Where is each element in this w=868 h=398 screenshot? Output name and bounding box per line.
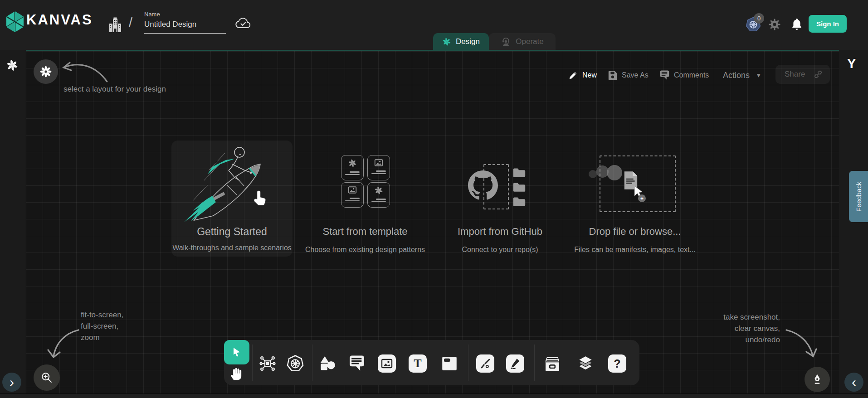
getting-started-title: Getting Started [171, 226, 293, 238]
component-tool[interactable] [258, 354, 277, 373]
feedback-label: Feedback [855, 182, 863, 212]
hint-line: full-screen, [81, 320, 123, 332]
context-count-badge: 0 [754, 13, 764, 24]
drop-file-card[interactable]: + Drop file or browse... Files can be ma… [567, 150, 703, 258]
new-label: New [582, 71, 597, 79]
dock-divider [468, 345, 468, 381]
drawer-archive-icon [543, 355, 561, 372]
sign-in-button[interactable]: Sign In [809, 15, 847, 33]
template-tile [367, 155, 390, 180]
canvas-actions-button[interactable] [805, 367, 830, 392]
rocket-illustration [181, 144, 286, 223]
layers-icon [576, 355, 595, 372]
caret-down-icon: ▾ [757, 71, 761, 79]
tab-design[interactable]: Design [433, 33, 489, 50]
shapes-tool[interactable] [318, 354, 336, 373]
bottom-right-hint: take screenshot, clear canvas, undo/redo [707, 311, 780, 345]
operate-headset-icon [501, 36, 511, 47]
drawer-tool[interactable] [543, 354, 561, 373]
image-tool[interactable] [378, 354, 396, 373]
start-from-template-card[interactable]: Start from template Choose from existing… [299, 150, 431, 258]
cursor-arrow-icon [231, 347, 242, 358]
actions-dropdown[interactable]: Actions ▾ [723, 66, 761, 84]
save-as-label: Save As [622, 71, 649, 79]
design-name-input[interactable]: Untitled Design [144, 20, 226, 34]
text-tool-glyph: T [414, 357, 421, 370]
layout-hint-arrow [60, 58, 110, 85]
circuit-chip-icon [259, 355, 276, 372]
hint-line: fit-to-screen, [81, 309, 123, 320]
github-title: Import from GitHub [435, 226, 565, 238]
tool-dock: T [224, 340, 639, 385]
organization-icon[interactable] [108, 17, 122, 34]
brand-name: KANVAS [26, 12, 93, 28]
text-tool[interactable]: T [409, 354, 427, 373]
hint-line: take screenshot, [707, 311, 780, 323]
save-floppy-icon [608, 70, 618, 80]
share-link-icon [814, 70, 823, 79]
app-header: KANVAS / Name Untitled Design [0, 0, 868, 50]
layer5-y-logo: Y [847, 56, 856, 71]
settings-gear-icon[interactable] [768, 18, 781, 31]
drop-title: Drop file or browse... [567, 226, 703, 238]
design-pinwheel-icon [442, 37, 451, 46]
click-hand-cursor-icon [252, 189, 268, 207]
zoom-button[interactable] [34, 364, 60, 391]
comments-icon [659, 70, 670, 80]
help-tool[interactable]: ? [608, 354, 626, 373]
left-sidebar [0, 50, 26, 393]
comment-tool[interactable] [348, 354, 366, 373]
dock-divider [534, 345, 535, 381]
meshery-pinwheel-icon[interactable] [6, 59, 19, 72]
share-label: Share [785, 70, 805, 79]
layout-flower-icon [40, 66, 52, 78]
feedback-tab[interactable]: Feedback [849, 171, 868, 222]
expand-left-panel-button[interactable]: › [2, 373, 21, 392]
image-icon [381, 358, 393, 369]
kubernetes-tool[interactable] [286, 354, 304, 373]
comment-bubble-icon [348, 355, 366, 372]
sticky-note-icon [441, 355, 458, 372]
template-title: Start from template [299, 226, 431, 238]
horizontal-scrollbar[interactable] [0, 393, 868, 398]
tab-operate[interactable]: Operate [489, 33, 556, 50]
pan-hand-tool[interactable] [229, 366, 244, 382]
new-button[interactable]: New [568, 66, 597, 84]
pen-tool[interactable] [476, 354, 494, 373]
actions-label: Actions [723, 71, 750, 80]
zoom-hint-arrow [43, 325, 81, 363]
doodle-tool[interactable] [506, 354, 524, 373]
bottom-left-hint: fit-to-screen, full-screen, zoom [81, 309, 123, 343]
layout-selector-button[interactable] [34, 59, 58, 84]
layout-hint-text: select a layout for your design [63, 83, 166, 95]
sticky-note-tool[interactable] [440, 354, 458, 373]
kanvas-logo-icon[interactable] [5, 11, 24, 33]
repo-folder-icon [512, 181, 527, 192]
image-icon [348, 186, 357, 194]
getting-started-subtitle: Walk-throughs and sample scenarios [171, 244, 293, 252]
template-tile [367, 182, 390, 208]
pencil-doodle-icon [509, 358, 521, 369]
layers-tool[interactable] [576, 354, 595, 373]
template-tile [341, 182, 364, 208]
import-from-github-card[interactable]: Import from GitHub Connect to your repo(… [435, 150, 565, 258]
select-tool-active[interactable] [224, 340, 249, 364]
github-octocat-icon [468, 170, 498, 200]
hint-line: clear canvas, [707, 323, 780, 334]
notifications-bell-icon[interactable] [791, 17, 803, 31]
drop-subtitle: Files can be manifests, images, text... [567, 246, 703, 254]
shapes-icon [319, 355, 336, 372]
pen-icon [479, 358, 491, 369]
image-icon [374, 159, 383, 167]
kubernetes-wheel-icon [286, 354, 304, 373]
share-button[interactable]: Share [775, 65, 830, 84]
question-mark-glyph: ? [614, 357, 620, 370]
repo-folder-icon [512, 167, 527, 178]
zoom-in-magnifier-icon [40, 371, 53, 384]
getting-started-card[interactable]: Getting Started Walk-throughs and sample… [171, 141, 293, 257]
comments-button[interactable]: Comments [659, 66, 709, 84]
pinwheel-icon [374, 186, 383, 195]
save-as-button[interactable]: Save As [608, 66, 649, 84]
collapse-right-panel-button[interactable]: ‹ [844, 373, 863, 392]
comments-label: Comments [674, 71, 709, 79]
